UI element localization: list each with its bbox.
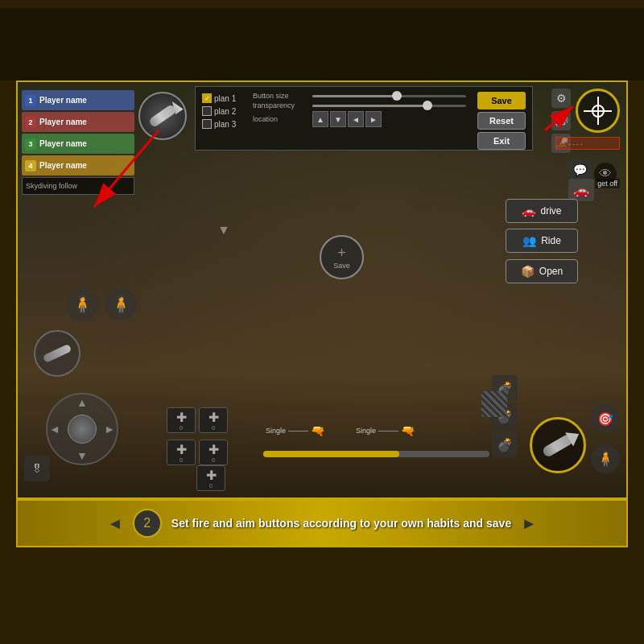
player-list: 1 Player name 2 Player name 3 Player nam… [22,90,134,195]
inv-num-5: 0 [209,483,213,489]
inv-btn-5[interactable]: ✚ 0 [196,465,225,491]
inv-num-3: 0 [180,457,183,463]
caption-text: Set fire and aim buttons according to yo… [171,517,511,530]
plan-2-check[interactable] [202,106,212,116]
inv-btn-2[interactable]: ✚ 0 [199,407,228,433]
avatar-circle [138,92,187,140]
large-aim-button[interactable] [530,417,586,473]
player-item-4[interactable]: 4 Player name [22,155,134,175]
location-up-arrow[interactable]: ▲ [312,111,328,127]
location-left-arrow[interactable]: ◄ [348,111,364,127]
sound-icon[interactable]: 🔊 [551,111,571,130]
open-button[interactable]: 📦 Open [506,259,578,283]
sniper-icon[interactable]: 🎯 [591,404,620,433]
single-mode-2: Single 🔫 [356,424,415,437]
single-mode-1-text: Single [266,427,286,435]
gear-icon[interactable]: ⚙ [551,89,571,108]
grenade-3[interactable]: 💣 [492,431,518,457]
drive-button[interactable]: 🚗 drive [506,199,578,223]
button-size-track[interactable] [312,95,466,97]
inv-num-1: 0 [180,425,183,431]
inv-btn-4[interactable]: ✚ 0 [199,440,228,465]
player-name-4: Player name [39,161,87,170]
location-row: location ▲ ▼ ◄ ► [253,111,466,127]
caption-arrow-right: ► [521,514,537,533]
caption-icon-label: 2 [143,516,151,530]
inv-num-4: 0 [212,457,215,463]
progress-fill [263,451,399,457]
button-size-label: Button size [253,92,309,100]
progress-bar [263,451,489,457]
transparency-thumb[interactable] [423,101,432,110]
location-arrows: ▲ ▼ ◄ ► [312,111,382,127]
plan-3-checkbox[interactable]: plan 3 [202,119,246,129]
plan-1-label: plan 1 [214,94,246,103]
player-name-1: Player name [39,96,87,105]
get-off-label[interactable]: get off [595,179,620,188]
settings-panel: plan 1 plan 2 plan 3 Button size [195,86,533,151]
plan-2-checkbox[interactable]: plan 2 [202,106,246,116]
plan-1-check[interactable] [202,93,212,103]
inventory-area-1: ✚ 0 ✚ 0 [167,407,228,433]
aim-circle[interactable] [576,89,620,133]
joystick-container[interactable]: ▲ ▼ ◄ ► [46,393,118,465]
chat-icon[interactable]: 💬 [568,159,591,181]
ride-button[interactable]: 👥 Ride [506,229,578,253]
button-size-thumb[interactable] [392,91,402,101]
caption-icon: 2 [133,509,162,538]
top-area [0,8,644,80]
player-num-2: 2 [25,117,36,128]
reset-button[interactable]: Reset [477,112,526,130]
progress-area [263,451,489,457]
plan-2-label: plan 2 [214,107,246,116]
inv-icon-4: ✚ [208,442,219,457]
crosshair-icon [584,97,612,125]
joystick-down-arrow: ▼ [76,449,88,462]
skydiving-button[interactable]: Skydiving follow [22,177,134,195]
crosshair-circle [592,105,605,118]
player-name-2: Player name [39,118,87,126]
plan-3-label: plan 3 [214,120,246,129]
small-gun-circle[interactable] [34,330,80,377]
inventory-area-3: ✚ 0 [196,465,225,491]
player-num-4: 4 [25,160,36,171]
ride-label: Ride [541,235,561,246]
person-icon-2[interactable]: 🧍 [105,288,137,320]
single-mode-1-line [288,431,308,431]
action-buttons: Save Reset Exit [477,92,526,150]
single-mode-2-gun-icon: 🔫 [401,424,415,437]
location-right-arrow[interactable]: ► [365,111,382,127]
single-mode-2-text: Single [356,427,376,435]
small-gun-icon [43,344,72,363]
save-center-button[interactable]: + Save [320,235,364,279]
game-screen: 1 Player name 2 Player name 3 Player nam… [16,80,628,499]
transparency-label: transparency [253,101,309,109]
caption-bar: ◄ 2 Set fire and aim buttons according t… [16,499,628,547]
player-item-3[interactable]: 3 Player name [22,134,134,154]
exit-button[interactable]: Exit [477,132,526,150]
plan-1-checkbox[interactable]: plan 1 [202,93,246,103]
striped-item [481,391,507,417]
player-item-1[interactable]: 1 Player name [22,90,134,110]
inv-btn-1[interactable]: ✚ 0 [167,407,196,433]
chevron-up-icon[interactable]: ▼ [217,223,230,237]
player-item-2[interactable]: 2 Player name [22,112,134,132]
large-bullet-icon [541,432,574,457]
transparency-track[interactable] [312,105,466,107]
button-size-fill [312,95,397,97]
transparency-row: transparency [253,101,466,109]
vehicle-icon[interactable]: 🚗 [568,179,594,201]
caption-arrow-left: ◄ [107,514,123,533]
button-size-row: Button size [253,92,466,100]
plan-3-check[interactable] [202,119,212,129]
save-button[interactable]: Save [477,92,526,109]
drive-label: drive [540,205,561,217]
single-mode-2-line [378,431,398,431]
inv-num-2: 0 [212,425,215,431]
inv-btn-3[interactable]: ✚ 0 [167,440,196,465]
slider-container: Button size transparency [253,92,466,127]
warning-text: - - - - [568,140,582,147]
player-silhouette-icon[interactable]: 🧍 [591,444,620,473]
person-icon-1[interactable]: 🧍 [66,288,98,320]
location-down-arrow[interactable]: ▼ [330,111,346,127]
